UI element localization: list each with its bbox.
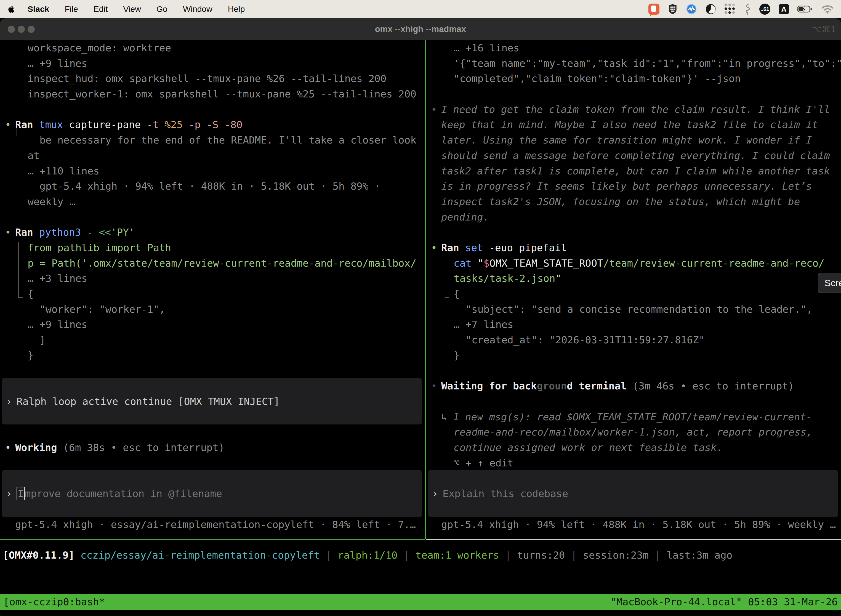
menu-edit[interactable]: Edit bbox=[94, 4, 108, 14]
separator: | bbox=[565, 550, 583, 561]
terminal-line: '{"team_name":"my-team","task_id":"1","f… bbox=[426, 56, 841, 71]
tmux-session-window: [omx-cczip0:bash* bbox=[3, 594, 105, 610]
active-app-name[interactable]: Slack bbox=[28, 4, 49, 14]
input-placeholder: mprove documentation in @filename bbox=[25, 488, 222, 499]
menu-bar-status-icons: ..61 A bbox=[648, 3, 834, 15]
wifi-icon[interactable] bbox=[821, 3, 834, 15]
command-args: - bbox=[81, 227, 99, 238]
left-pane-status-line: gpt-5.4 xhigh · essay/ai-reimplementatio… bbox=[15, 517, 416, 532]
team-workers: team:1 workers bbox=[416, 550, 499, 561]
command-name: python3 bbox=[39, 227, 81, 238]
crescent-circle-icon[interactable] bbox=[705, 3, 716, 15]
blank-line bbox=[426, 394, 841, 409]
run-bullet-icon: • bbox=[5, 117, 15, 132]
right-prompt-input[interactable]: ›Explain this codebase bbox=[428, 470, 838, 517]
macos-menu-bar: Slack File Edit View Go Window Help bbox=[0, 0, 841, 18]
heredoc-marker: 'PY' bbox=[111, 227, 135, 238]
menu-view[interactable]: View bbox=[123, 4, 141, 14]
menu-go[interactable]: Go bbox=[157, 4, 167, 14]
input-source-icon[interactable]: A bbox=[779, 4, 789, 14]
terminal-line: … +16 lines bbox=[426, 40, 841, 56]
thinking-text: I need to get the claim token from the c… bbox=[441, 104, 830, 115]
terminal-line: be necessary for the end of the README. … bbox=[0, 132, 425, 148]
blank-line bbox=[0, 210, 425, 225]
code-line: p = Path('.omx/state/team/review-current… bbox=[0, 255, 425, 271]
terminal-line: { bbox=[0, 286, 425, 302]
left-prompt-input[interactable]: ›Improve documentation in @filename bbox=[1, 470, 422, 517]
squiggle-icon[interactable] bbox=[744, 3, 751, 15]
code-block-gutter-line bbox=[445, 258, 449, 298]
ran-python-command-line: •Ran python3 - <<'PY' bbox=[0, 224, 425, 240]
ralph-loop-banner: ›Ralph loop active continue [OMX_TMUX_IN… bbox=[1, 378, 422, 424]
ran-label: Ran bbox=[441, 242, 465, 253]
count-badge-icon[interactable]: ..61 bbox=[759, 4, 771, 15]
quote: " bbox=[472, 258, 484, 269]
right-terminal-pane[interactable]: … +16 lines '{"team_name":"my-team","tas… bbox=[426, 40, 841, 539]
omx-project-path: cczip/essay/ai-reimplementation-copyleft bbox=[81, 550, 320, 561]
tmux-host-and-clock: "MacBook-Pro-44.local" 05:03 31-Mar-26 bbox=[610, 594, 838, 610]
terminal-line: … +9 lines bbox=[0, 56, 425, 71]
separator: | bbox=[320, 550, 338, 561]
command-name: set bbox=[465, 242, 483, 253]
tmux-status-bar: [omx-cczip0:bash* "MacBook-Pro-44.local"… bbox=[0, 594, 841, 610]
heredoc-operator: << bbox=[99, 227, 111, 238]
pulse-badge-icon[interactable] bbox=[686, 3, 697, 15]
waiting-label-shimmer: groun bbox=[537, 380, 567, 392]
ran-tmux-command-line: •Ran tmux capture-pane -t %25 -p -S -80 bbox=[0, 117, 425, 132]
pane-id-arg: %25 bbox=[165, 119, 183, 130]
terminal-line: … +3 lines bbox=[0, 271, 425, 286]
screen-recording-chat-icon[interactable] bbox=[648, 3, 659, 15]
terminal-line: … +9 lines bbox=[0, 317, 425, 332]
menu-window[interactable]: Window bbox=[183, 4, 212, 14]
terminal-line: } bbox=[426, 348, 841, 363]
blank-line bbox=[426, 363, 841, 378]
menu-file[interactable]: File bbox=[64, 4, 78, 14]
thinking-line: later. Using the same for transition mig… bbox=[426, 132, 841, 148]
cat-command-line: tasks/task-2.json" bbox=[426, 271, 841, 286]
terminal-line: "created_at": "2026-03-31T11:59:27.816Z" bbox=[426, 332, 841, 348]
ran-set-command-line: •Ran set -euo pipefail bbox=[426, 240, 841, 255]
prompt-chevron-icon: › bbox=[6, 488, 16, 499]
waiting-meta: (3m 46s • esc to interrupt) bbox=[627, 380, 794, 392]
terminal-line: ] bbox=[0, 332, 425, 348]
left-terminal-pane[interactable]: workspace_mode: worktree … +9 lines insp… bbox=[0, 40, 425, 539]
window-title: omx --xhigh --madmax bbox=[0, 18, 841, 40]
session-duration: session:23m bbox=[583, 550, 648, 561]
code-line: from pathlib import Path bbox=[0, 240, 425, 255]
mailbox-message-line: continue assigned work or next feasible … bbox=[426, 440, 841, 455]
command-name: cat bbox=[454, 258, 472, 269]
reply-arrow-icon: ↳ bbox=[441, 411, 453, 422]
terminal-window: omx --xhigh --madmax ⌥⌘1 workspace_mode:… bbox=[0, 18, 841, 616]
ralph-counter: ralph:1/10 bbox=[338, 550, 398, 561]
terminal-line: "subject": "send a concise recommendatio… bbox=[426, 302, 841, 317]
terminal-line: at bbox=[0, 148, 425, 163]
terminal-line: inspect_worker-1: omx sparkshell --tmux-… bbox=[0, 87, 425, 102]
separator: | bbox=[398, 550, 416, 561]
terminal-line: "completed","claim_token":"claim-token"}… bbox=[426, 71, 841, 87]
thinking-line: •I need to get the claim token from the … bbox=[426, 102, 841, 117]
last-activity: last:3m ago bbox=[667, 550, 732, 561]
dots-grid-icon[interactable] bbox=[725, 3, 736, 15]
terminal-line: … +110 lines bbox=[0, 163, 425, 179]
waiting-label: d terminal bbox=[567, 380, 627, 392]
menu-help[interactable]: Help bbox=[228, 4, 245, 14]
mailbox-message-text: 1 new msg(s): read $OMX_TEAM_STATE_ROOT/… bbox=[453, 411, 812, 422]
mailbox-message-line: readme-and-reco/mailbox/worker-1.json, a… bbox=[426, 424, 841, 440]
apple-menu-icon[interactable] bbox=[7, 4, 16, 14]
ralph-loop-text: Ralph loop active continue [OMX_TMUX_INJ… bbox=[16, 396, 280, 407]
count-badge-label: ..61 bbox=[760, 6, 769, 12]
thinking-line: task2 after task1 is complete, but can I… bbox=[426, 163, 841, 179]
thinking-line: keep that in mind. Maybe I also need the… bbox=[426, 117, 841, 132]
run-bullet-icon: • bbox=[431, 240, 441, 255]
screenshot-tooltip: Scre bbox=[818, 273, 841, 293]
pane-divider[interactable] bbox=[425, 40, 426, 539]
shield-grid-icon[interactable] bbox=[668, 3, 678, 15]
battery-icon[interactable] bbox=[797, 3, 813, 15]
working-meta: (6m 38s • esc to interrupt) bbox=[57, 442, 224, 453]
window-title-bar[interactable]: omx --xhigh --madmax ⌥⌘1 bbox=[0, 18, 841, 40]
waiting-status-line: •Waiting for background terminal (3m 46s… bbox=[426, 378, 841, 394]
quote: " bbox=[555, 273, 561, 284]
blank-line bbox=[426, 87, 841, 102]
right-pane-status-line: gpt-5.4 xhigh · 94% left · 488K in · 5.1… bbox=[441, 517, 836, 532]
text-cursor: I bbox=[16, 487, 25, 500]
